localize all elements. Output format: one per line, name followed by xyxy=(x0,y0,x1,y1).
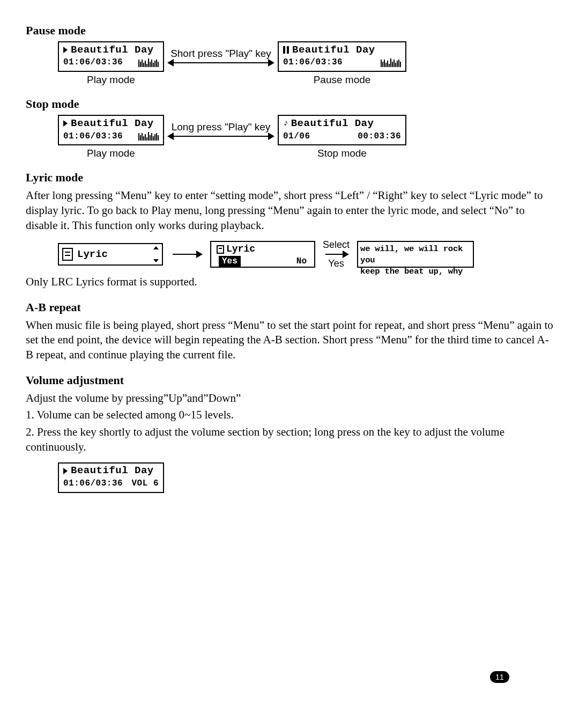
heading-volume-adjustment: Volume adjustment xyxy=(26,372,553,388)
triangle-down-icon xyxy=(153,259,159,262)
lcd-stop-mode: ♪ Beautiful Day 01/06 00:03:36 xyxy=(278,115,406,145)
song-title: Beautiful Day xyxy=(291,117,374,130)
song-title: Beautiful Day xyxy=(292,43,375,57)
heading-pause-mode: Pause mode xyxy=(26,23,553,38)
music-note-icon: ♪ xyxy=(283,117,289,129)
equalizer-icon xyxy=(138,58,159,67)
document-icon xyxy=(62,248,73,261)
option-no: No xyxy=(296,256,307,267)
track-total-time: 00:03:36 xyxy=(358,131,401,142)
option-yes-selected: Yes xyxy=(219,256,241,267)
triangle-up-icon xyxy=(153,246,159,249)
lcd-lyric-yes-no: Lyric Yes No xyxy=(210,241,315,268)
diagram-stop-mode: Beautiful Day 01:06/03:36 Long press "Pl… xyxy=(58,115,553,160)
heading-stop-mode: Stop mode xyxy=(26,96,553,112)
song-title: Beautiful Day xyxy=(71,464,154,477)
volume-level: VOL 6 xyxy=(131,478,159,489)
lyric-mode-paragraph: After long pressing “Menu” key to enter … xyxy=(26,188,553,233)
time-progress: 01:06/03:36 xyxy=(63,478,123,489)
heading-lyric-mode: Lyric mode xyxy=(26,170,553,185)
lcd-play-mode-2: Beautiful Day 01:06/03:36 xyxy=(58,115,164,145)
arrow-long-press: Long press "Play" key xyxy=(167,120,274,140)
select-yes-text: Yes xyxy=(328,258,344,269)
volume-intro: Adjust the volume by pressing”Up”and”Dow… xyxy=(26,391,553,406)
lcd-lyric-display: we will, we will rock you keep the beat … xyxy=(357,241,474,268)
page-number: 11 xyxy=(490,671,509,683)
caption-stop-mode: Stop mode xyxy=(278,146,406,160)
arrow-right-icon xyxy=(170,251,203,258)
ab-repeat-paragraph: When music file is being played, short p… xyxy=(26,318,553,363)
lcd-pause-mode: Beautiful Day 01:06/03:36 xyxy=(278,41,406,72)
heading-ab-repeat: A-B repeat xyxy=(26,299,553,315)
time-progress: 01:06/03:36 xyxy=(63,131,123,142)
select-yes-label: Select Yes xyxy=(323,239,350,269)
lyric-menu-label: Lyric xyxy=(77,248,108,261)
play-icon xyxy=(63,47,68,53)
song-title: Beautiful Day xyxy=(71,43,154,57)
diagram-pause-mode: Beautiful Day 01:06/03:36 Short press "P… xyxy=(58,41,553,86)
volume-item-2: 2. Press the key shortly to adjust the v… xyxy=(26,425,553,454)
time-progress: 01:06/03:36 xyxy=(283,57,343,68)
caption-play-mode: Play mode xyxy=(58,146,164,160)
lyric-line-1: we will, we will rock you xyxy=(360,244,471,266)
play-icon xyxy=(63,468,68,474)
equalizer-icon xyxy=(138,132,159,141)
caption-play-mode: Play mode xyxy=(58,73,164,86)
track-number: 01/06 xyxy=(283,131,310,142)
lyric-note: Only LRC Lyrics format is supported. xyxy=(26,275,553,290)
volume-item-1: 1. Volume can be selected among 0~15 lev… xyxy=(26,408,553,423)
select-text: Select xyxy=(323,239,350,251)
lcd-play-mode: Beautiful Day 01:06/03:36 xyxy=(58,41,164,72)
equalizer-icon xyxy=(381,58,401,67)
arrow-label: Long press "Play" key xyxy=(172,120,271,134)
lcd-volume: Beautiful Day 01:06/03:36 VOL 6 xyxy=(58,462,164,493)
caption-pause-mode: Pause mode xyxy=(278,73,406,86)
arrow-short-press: Short press "Play" key xyxy=(167,47,274,67)
song-title: Beautiful Day xyxy=(71,117,154,130)
lcd-lyric-menu: Lyric xyxy=(58,243,163,266)
lyric-line-2: keep the beat up, why xyxy=(360,266,471,277)
diagram-lyric-mode: Lyric Lyric Yes No Select Yes we will, w… xyxy=(58,239,553,269)
play-icon xyxy=(63,120,68,127)
time-progress: 01:06/03:36 xyxy=(63,57,123,68)
page-icon xyxy=(217,245,224,254)
pause-icon xyxy=(283,46,289,54)
arrow-label: Short press "Play" key xyxy=(170,47,271,60)
lyric-header: Lyric xyxy=(226,243,255,256)
